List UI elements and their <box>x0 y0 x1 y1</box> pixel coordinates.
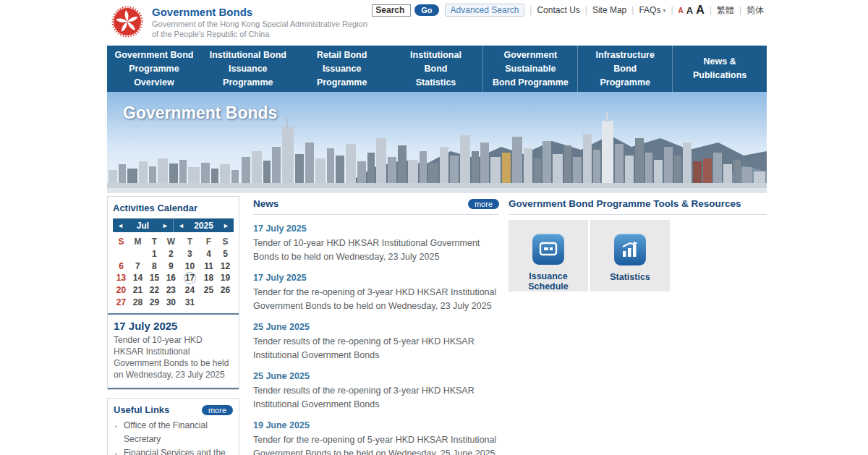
calendar-next-year-icon[interactable]: ► <box>223 222 229 229</box>
calendar-day[interactable]: 2 <box>163 248 179 260</box>
calendar-day <box>129 248 146 260</box>
divider: | <box>631 5 634 15</box>
news-title: News <box>253 198 278 209</box>
calendar-day[interactable]: 24 <box>179 284 200 297</box>
useful-link-item[interactable]: Office of the Financial Secretary <box>114 419 233 446</box>
calendar-day[interactable]: 21 <box>129 284 146 297</box>
news-item-date[interactable]: 19 June 2025 <box>253 420 499 430</box>
font-size-large-button[interactable]: A <box>696 4 705 17</box>
calendar-day-header: T <box>179 236 200 248</box>
issuance-schedule-tile[interactable]: Issuance Schedule <box>509 220 588 292</box>
nav-government-bond-programme-overview[interactable]: Government Bond Programme Overview <box>107 46 201 92</box>
statistics-tile[interactable]: Statistics <box>590 220 670 292</box>
nav-institutional-bond-issuance-programme[interactable]: Institutional Bond Issuance Programme <box>201 46 295 92</box>
news-item-text[interactable]: Tender results of the re-opening of 3-ye… <box>253 384 499 412</box>
calendar-day[interactable]: 1 <box>146 248 163 260</box>
news-item-text[interactable]: Tender of 10-year HKD HKSAR Institutiona… <box>253 237 499 264</box>
calendar-day[interactable]: 6 <box>113 260 129 273</box>
site-map-link[interactable]: Site Map <box>592 5 626 15</box>
activities-calendar-box: Activities Calendar ◄ Jul ► ◄ 2025 ► <box>107 196 239 390</box>
calendar-day[interactable]: 29 <box>146 297 163 309</box>
calendar-day[interactable]: 30 <box>163 297 179 309</box>
calendar-next-month-icon[interactable]: ► <box>162 222 169 229</box>
news-more-button[interactable]: more <box>468 199 499 209</box>
lang-traditional-link[interactable]: 繁體 <box>717 4 734 17</box>
useful-link-item[interactable]: Financial Services and the <box>114 446 233 455</box>
calendar-month-label: Jul <box>137 221 149 231</box>
contact-us-link[interactable]: Contact Us <box>537 5 579 15</box>
nav-institutional-bond-statistics[interactable]: Institutional Bond Statistics <box>389 46 483 92</box>
nav-government-sustainable-bond-programme[interactable]: Government Sustainable Bond Programme <box>482 46 577 92</box>
calendar-day <box>113 248 129 260</box>
calendar-day[interactable]: 22 <box>146 284 163 297</box>
calendar-day-header: W <box>163 236 179 248</box>
calendar-day <box>200 297 217 309</box>
news-item-date[interactable]: 25 June 2025 <box>253 371 499 381</box>
news-item-date[interactable]: 17 July 2025 <box>253 224 499 234</box>
faqs-link[interactable]: FAQs <box>639 5 660 15</box>
calendar-day[interactable]: 15 <box>146 272 163 284</box>
calendar-day[interactable]: 4 <box>200 248 217 260</box>
search-go-button[interactable]: Go <box>414 4 438 16</box>
calendar-day[interactable]: 16 <box>163 272 179 284</box>
site-title: Government Bonds <box>152 6 367 19</box>
news-item-text[interactable]: Tender results of the re-opening of 5-ye… <box>253 335 499 362</box>
nav-news-publications[interactable]: News & Publications <box>672 46 767 92</box>
calendar-day[interactable]: 3 <box>179 248 200 260</box>
calendar-day[interactable]: 8 <box>146 260 163 273</box>
calendar-day <box>217 297 234 309</box>
calendar-day-header: S <box>113 236 129 248</box>
font-size-medium-button[interactable]: A <box>686 5 693 16</box>
lang-simplified-link[interactable]: 简体 <box>746 4 764 17</box>
calendar-prev-month-icon[interactable]: ◄ <box>117 222 124 229</box>
calendar-day[interactable]: 20 <box>113 284 129 297</box>
news-item: 17 July 2025Tender for the re-opening of… <box>253 273 499 313</box>
calendar-day[interactable]: 25 <box>200 284 217 297</box>
calendar-day-header: T <box>146 236 163 248</box>
news-item-text[interactable]: Tender for the re-opening of 3-year HKD … <box>253 286 499 313</box>
news-item-date[interactable]: 25 June 2025 <box>253 322 499 332</box>
calendar-day[interactable]: 17 <box>179 272 200 284</box>
calendar-day[interactable]: 10 <box>179 260 200 273</box>
search-input[interactable] <box>372 4 411 17</box>
nav-infrastructure-bond-programme[interactable]: Infrastructure Bond Programme <box>577 46 672 92</box>
calendar-day[interactable]: 26 <box>217 284 234 297</box>
font-size-small-button[interactable]: A <box>678 7 684 14</box>
calendar-event-text[interactable]: Tender of 10-year HKD HKSAR Institutiona… <box>114 334 233 380</box>
news-item-text[interactable]: Tender for the re-opening of 5-year HKD … <box>253 433 499 455</box>
calendar-day[interactable]: 19 <box>217 272 234 284</box>
calendar-day[interactable]: 7 <box>129 260 146 273</box>
calendar-header-bar: ◄ Jul ► ◄ 2025 ► <box>113 218 234 232</box>
calendar-day-headers: SMTWTFS <box>113 236 234 248</box>
news-list: 17 July 2025Tender of 10-year HKD HKSAR … <box>253 224 499 455</box>
schedule-icon <box>532 234 564 265</box>
calendar-day[interactable]: 27 <box>113 297 129 309</box>
calendar-day[interactable]: 23 <box>163 284 179 297</box>
sidebar: Activities Calendar ◄ Jul ► ◄ 2025 ► <box>107 196 239 455</box>
divider: | <box>710 5 712 15</box>
calendar-day[interactable]: 9 <box>163 260 179 273</box>
calendar-day-header: S <box>217 236 234 248</box>
statistics-label: Statistics <box>610 272 650 282</box>
page: Government Bonds Government of the Hong … <box>0 0 868 455</box>
calendar-day[interactable]: 18 <box>200 272 217 284</box>
calendar-day[interactable]: 11 <box>200 260 217 273</box>
chevron-down-icon: ▾ <box>663 7 665 14</box>
calendar-day[interactable]: 12 <box>217 260 234 273</box>
site-header: Government Bonds Government of the Hong … <box>107 0 767 46</box>
calendar-day[interactable]: 13 <box>113 272 129 284</box>
nav-retail-bond-issuance-programme[interactable]: Retail Bond Issuance Programme <box>295 46 389 92</box>
site-logo[interactable]: Government Bonds Government of the Hong … <box>111 6 367 39</box>
calendar-day[interactable]: 5 <box>217 248 234 260</box>
news-item-date[interactable]: 17 July 2025 <box>253 273 499 283</box>
calendar-day[interactable]: 14 <box>129 272 146 284</box>
calendar-day[interactable]: 31 <box>179 297 200 309</box>
calendar-grid: 1234567891011121314151617181920212223242… <box>113 248 234 308</box>
calendar-day[interactable]: 28 <box>129 297 146 309</box>
calendar-prev-year-icon[interactable]: ◄ <box>178 222 184 229</box>
advanced-search-button[interactable]: Advanced Search <box>445 4 525 17</box>
useful-links-box: Useful Links more Office of the Financia… <box>107 398 239 455</box>
useful-links-more-button[interactable]: more <box>202 405 233 415</box>
useful-links-list: Office of the Financial SecretaryFinanci… <box>114 419 233 455</box>
divider: | <box>671 5 673 15</box>
